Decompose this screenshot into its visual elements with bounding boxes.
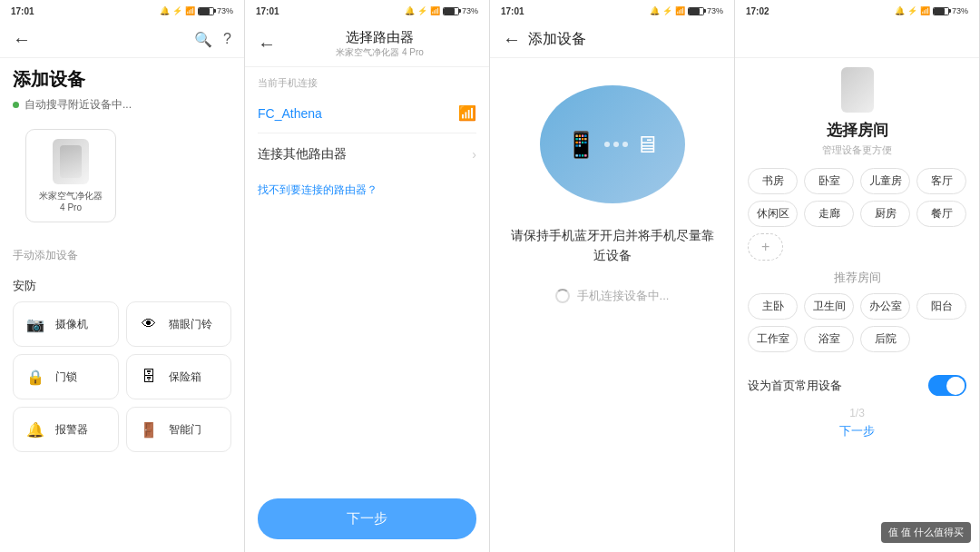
connect-other-text: 连接其他路由器	[258, 146, 347, 163]
lock-label: 门锁	[55, 370, 77, 385]
device-preview-area	[748, 67, 966, 113]
dot-3	[622, 142, 628, 147]
battery-pct-4: 73%	[952, 6, 968, 15]
back-button-2[interactable]: ←	[258, 34, 276, 54]
bluetooth-icon-4: ⚡	[907, 6, 917, 15]
room-btn-study[interactable]: 书房	[748, 168, 798, 194]
help-icon-1[interactable]: ?	[223, 31, 231, 48]
camera-label: 摄像机	[55, 317, 88, 332]
signal-icon: 📶	[185, 6, 195, 15]
notification-icon-4: 🔔	[895, 6, 905, 15]
device-item-alarm[interactable]: 🔔 报警器	[13, 407, 119, 452]
rec-room-shower[interactable]: 浴室	[804, 326, 854, 352]
back-button-3[interactable]: ←	[503, 29, 521, 50]
phone-icon: 📱	[565, 130, 597, 160]
room-btn-corridor[interactable]: 走廊	[804, 201, 854, 227]
bluetooth-icon-2: ⚡	[417, 6, 427, 15]
rec-room-master[interactable]: 主卧	[748, 293, 798, 320]
connect-other-btn[interactable]: 连接其他路由器 ›	[245, 133, 489, 175]
device-found-card[interactable]: 米家空气净化器 4 Pro	[25, 129, 116, 222]
device-preview-img	[841, 67, 874, 113]
search-icon-1[interactable]: 🔍	[194, 31, 212, 48]
status-icons-4: 🔔 ⚡ 📶 73%	[895, 6, 968, 15]
battery-3	[688, 7, 704, 15]
homepage-toggle[interactable]	[928, 375, 966, 396]
add-room-btn[interactable]: +	[748, 233, 783, 261]
device-item-camera[interactable]: 📷 摄像机	[13, 301, 119, 347]
security-section: 安防 📷 摄像机 👁 猫眼门铃 🔒 门锁 🗄 保险箱	[0, 269, 244, 456]
notification-icon-3: 🔔	[650, 6, 660, 15]
device-item-safe[interactable]: 🗄 保险箱	[126, 354, 232, 399]
bluetooth-icon: ⚡	[172, 6, 182, 15]
battery-pct-3: 73%	[707, 6, 723, 15]
status-bar-2: 17:01 🔔 ⚡ 📶 73%	[245, 0, 489, 22]
connection-inner: 📱 🖥	[565, 130, 659, 160]
room-btn-dining[interactable]: 餐厅	[916, 201, 966, 227]
status-bar-1: 17:01 🔔 ⚡ 📶 73%	[0, 0, 244, 22]
smart-door-label: 智能门	[169, 422, 201, 438]
connection-graphic: 📱 🖥	[540, 85, 685, 203]
nav-header-2: ← 选择路由器 米家空气净化器 4 Pro	[245, 22, 489, 67]
connecting-status-row: 手机连接设备中...	[555, 288, 670, 304]
notification-icon-2: 🔔	[405, 6, 415, 15]
watermark-icon: 值	[888, 527, 898, 537]
battery-2	[443, 7, 459, 15]
status-bar-4: 17:02 🔔 ⚡ 📶 73%	[735, 0, 979, 22]
rec-room-bathroom[interactable]: 卫生间	[804, 293, 854, 320]
status-icons-2: 🔔 ⚡ 📶 73%	[405, 6, 478, 15]
screen2-main-title: 选择路由器	[283, 29, 476, 46]
room-btn-bedroom[interactable]: 卧室	[804, 168, 854, 194]
status-icons-1: 🔔 ⚡ 📶 73%	[160, 6, 233, 15]
screen2-sub-title: 米家空气净化器 4 Pro	[283, 46, 476, 59]
recommended-title: 推荐房间	[748, 270, 966, 286]
device-item-lock[interactable]: 🔒 门锁	[13, 354, 119, 399]
battery-pct-2: 73%	[462, 6, 478, 15]
cant-find-link[interactable]: 找不到要连接的路由器？	[245, 175, 489, 205]
router-name: FC_Athena	[258, 106, 322, 121]
rec-room-backyard[interactable]: 后院	[860, 326, 910, 352]
room-btn-kids[interactable]: 儿童房	[860, 168, 910, 194]
choose-room-title: 选择房间	[748, 120, 966, 141]
rec-room-office[interactable]: 办公室	[860, 293, 910, 320]
signal-icon-3: 📶	[675, 6, 685, 15]
screen2-title-area: 选择路由器 米家空气净化器 4 Pro	[283, 29, 476, 59]
camera-icon: 📷	[23, 311, 48, 337]
bluetooth-icon-3: ⚡	[662, 6, 672, 15]
battery-1	[198, 7, 214, 15]
room-btn-leisure[interactable]: 休闲区	[748, 201, 798, 227]
homepage-setting-row: 设为首页常用设备	[748, 370, 966, 401]
back-button-1[interactable]: ←	[13, 29, 31, 50]
page-title-1: 添加设备	[13, 67, 231, 92]
lock-icon: 🔒	[23, 364, 48, 389]
alarm-icon: 🔔	[23, 417, 48, 442]
chevron-right-icon: ›	[472, 147, 476, 162]
room-btn-kitchen[interactable]: 厨房	[860, 201, 910, 227]
device-item-eye[interactable]: 👁 猫眼门铃	[126, 301, 232, 347]
add-room-area: +	[748, 233, 793, 261]
time-2: 17:01	[256, 6, 279, 16]
time-1: 17:01	[11, 6, 34, 16]
choose-room-sub: 管理设备更方便	[748, 143, 966, 157]
wifi-icon: 📶	[458, 104, 476, 122]
router-item[interactable]: FC_Athena 📶	[245, 94, 489, 133]
alarm-label: 报警器	[55, 422, 88, 438]
status-icons-3: 🔔 ⚡ 📶 73%	[650, 6, 723, 15]
manual-section-header: 手动添加设备	[0, 233, 244, 269]
room-btn-living[interactable]: 客厅	[916, 168, 966, 194]
dot-indicator	[13, 102, 19, 108]
header-actions-1: 🔍 ?	[194, 31, 231, 48]
auto-search-text: 自动搜寻附近设备中...	[24, 97, 132, 113]
notification-icon: 🔔	[160, 6, 170, 15]
device-item-smart-door[interactable]: 🚪 智能门	[126, 407, 232, 452]
next-step-link[interactable]: 下一步	[748, 423, 966, 439]
connecting-content: 📱 🖥 请保持手机蓝牙开启并将手机尽量靠近设备 手机连接设备中...	[490, 58, 734, 552]
rec-room-balcony[interactable]: 阳台	[916, 293, 966, 320]
nav-header-1: ← 🔍 ?	[0, 22, 244, 58]
pagination-text: 1/3	[748, 407, 966, 419]
next-button-2[interactable]: 下一步	[258, 498, 476, 539]
current-phone-label: 当前手机连接	[245, 67, 489, 94]
connection-desc: 请保持手机蓝牙开启并将手机尽量靠近设备	[508, 225, 716, 266]
security-label: 安防	[13, 272, 231, 301]
recommended-section: 推荐房间 主卧 卫生间 办公室 阳台 工作室 浴室 后院	[748, 270, 966, 359]
rec-room-workroom[interactable]: 工作室	[748, 326, 798, 352]
